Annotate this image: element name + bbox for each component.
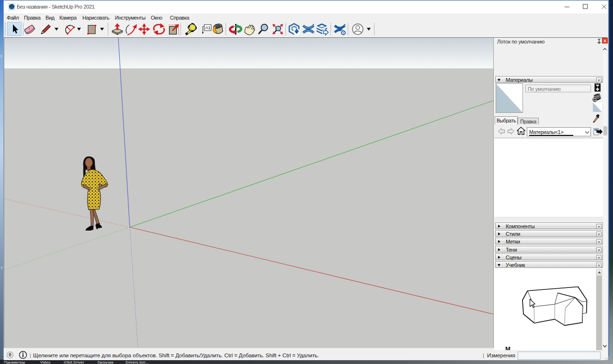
- svg-text:A1: A1: [205, 25, 211, 30]
